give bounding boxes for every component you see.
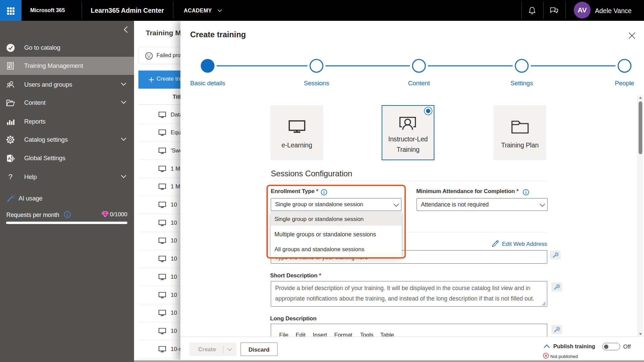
svg-text:A: A xyxy=(8,156,11,160)
